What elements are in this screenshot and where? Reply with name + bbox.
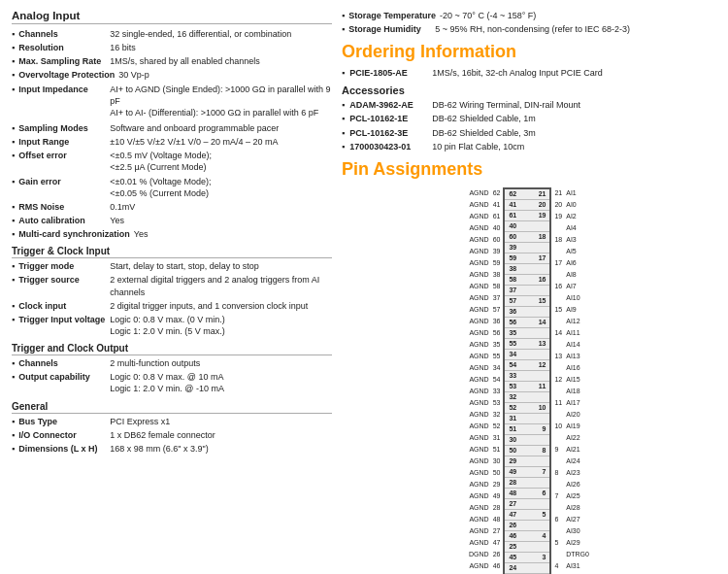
pin-left-num: 60 [492,234,502,245]
item-label: RMS Noise [18,201,106,213]
bullet-icon: ▪ [12,260,15,272]
item-value: 0.1mV [110,201,135,213]
pin-num-left: 56 [509,319,516,325]
pin-num-left: 57 [509,297,516,304]
part-desc: 1MS/s, 16bit, 32-ch Analog Input PCIE Ca… [432,67,603,79]
pin-left-num: 54 [492,374,502,385]
pin-right-label: AI10 [565,292,590,303]
ordering-item: ▪ PCIE-1805-AE 1MS/s, 16bit, 32-ch Analo… [342,67,716,79]
pin-connector-row: 40 [505,221,549,232]
item-value: 5 ~ 95% RH, non-condensing (refer to IEC… [435,23,630,35]
pin-right-num [553,502,563,513]
item-label: Clock input [18,300,106,312]
part-desc: 10 pin Flat Cable, 10cm [432,141,524,152]
pin-num-left: 48 [509,490,516,496]
part-number: 1700030423-01 [349,141,427,152]
list-item: ▪ Clock input 2 digital trigger inputs, … [12,300,332,312]
pin-right-label: AI28 [565,502,590,513]
pin-left-num: 51 [492,444,502,455]
item-label: Trigger mode [18,260,106,272]
pin-connector-row: 5614 [505,318,549,328]
list-item: ▪ Channels 32 single-ended, 16 different… [12,28,332,40]
pin-connector-row: 28 [505,478,549,489]
pin-left-nums: 6241614060395938583757365635553454335332… [492,187,502,574]
pin-right-nums: 212019181716151413121110987654321 [553,187,563,574]
bullet-icon: ▪ [342,10,345,21]
list-item: ▪ Gain error <±0.01 % (Voltage Mode); <±… [12,176,332,199]
pin-right-num [553,456,563,466]
list-item: ▪ I/O Connector 1 x DB62 female connecto… [12,429,332,441]
pin-right-label: AI3 [565,234,590,245]
pin-right-label: AI22 [565,432,590,443]
list-item: ▪ Input Impedance AI+ to AGND (Single En… [12,84,332,118]
pin-connector-row: 5210 [505,403,549,414]
list-item: ▪ Trigger mode Start, delay to start, st… [12,260,332,272]
bullet-icon: ▪ [12,122,15,134]
pin-diagram-wrapper: AGNDAGNDAGNDAGNDAGNDAGNDAGNDAGNDAGNDAGND… [342,187,716,574]
pin-right-labels: AI1AI0AI2AI4AI3AI5AI6AI8AI7AI10AI9AI12AI… [565,187,590,574]
pin-right-num [553,269,563,280]
pin-connector-row: 453 [505,553,549,563]
item-value: 2 digital trigger inputs, and 1 conversi… [110,300,308,312]
pin-connector-row: 5816 [505,275,549,286]
pin-num-left: 52 [509,404,516,411]
pin-left-label: AGND [468,479,490,490]
pin-right-label: AI27 [565,514,590,524]
pin-right-label: AI18 [565,386,590,396]
list-item: ▪ RMS Noise 0.1mV [12,201,332,213]
pin-right-num: 19 [553,211,563,221]
pin-num-left: 31 [509,415,516,422]
pin-num-left: 53 [509,383,516,389]
pin-connector-row: 27 [505,499,549,510]
part-desc: DB-62 Shielded Cable, 3m [432,127,536,139]
pin-num-right: 17 [539,254,546,261]
pin-connector-row: 38 [505,264,549,275]
pin-left-label: AGND [468,467,490,478]
item-label: Dimensions (L x H) [18,443,106,455]
pin-connector-row: 497 [505,467,549,478]
pin-right-num: 8 [553,467,563,478]
part-number: PCIE-1805-AE [349,67,427,79]
pin-right-num [553,222,563,233]
item-value: 2 multi-function outputs [110,357,200,369]
pin-right-num [553,409,563,420]
pin-assignments-title: Pin Assignments [342,160,716,180]
pin-num-left: 62 [509,190,516,197]
analog-input-list: ▪ Channels 32 single-ended, 16 different… [12,28,332,240]
item-label: Resolution [18,42,106,53]
item-value: 1MS/s, shared by all enabled channels [110,55,260,67]
pin-left-num: 49 [492,490,502,501]
bullet-icon: ▪ [342,127,345,139]
pin-num-right: 16 [539,276,546,283]
pin-left-label: AGND [468,257,490,268]
pin-left-label: AGND [468,560,490,571]
accessories-title: Accessories [342,84,716,96]
pin-num-left: 37 [509,287,516,293]
list-item: ▪ Max. Sampling Rate 1MS/s, shared by al… [12,55,332,67]
pin-right-label: DTRG0 [565,549,590,559]
pin-right-num: 4 [553,560,563,571]
pin-right-num: 12 [553,374,563,385]
pin-right-label: AI24 [565,456,590,466]
list-item: ▪ Overvoltage Protection 30 Vp-p [12,69,332,81]
trigger-clock-input-list: ▪ Trigger mode Start, delay to start, st… [12,260,332,337]
pin-right-num: 20 [553,199,563,210]
pin-connector-row: 6119 [505,211,549,221]
pin-left-num: 38 [492,269,502,280]
pin-right-num [553,362,563,373]
item-value: ±10 V/±5 V/±2 V/±1 V/0 – 20 mA/4 – 20 mA [110,136,278,148]
list-item: ▪ Trigger source 2 external digital trig… [12,274,332,297]
pin-num-right: 7 [543,468,546,475]
pin-connector-row: 464 [505,531,549,542]
pin-right-num: 10 [553,421,563,431]
pin-left-num: 31 [492,432,502,443]
pin-num-left: 30 [509,436,516,443]
list-item: ▪ Multi-card synchronization Yes [12,228,332,240]
pin-left-label: AGND [468,490,490,501]
pin-num-left: 38 [509,265,516,272]
item-label: Offset error [18,150,106,173]
pin-left-num: 58 [492,281,502,291]
pin-right-num [553,292,563,303]
item-label: Max. Sampling Rate [18,55,106,67]
bullet-icon: ▪ [12,416,15,427]
